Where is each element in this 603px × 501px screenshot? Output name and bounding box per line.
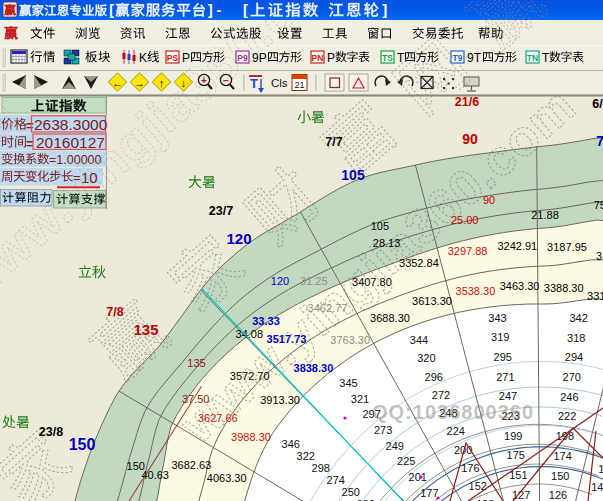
svg-text:P: P — [327, 51, 335, 65]
svg-text:342: 342 — [569, 312, 587, 324]
svg-text:3313.30: 3313.30 — [587, 290, 603, 302]
svg-text:3613.30: 3613.30 — [412, 295, 452, 307]
svg-text:199: 199 — [504, 430, 522, 442]
svg-text:174: 174 — [553, 450, 571, 462]
svg-text:249: 249 — [386, 440, 404, 452]
svg-text:3242.91: 3242.91 — [497, 240, 537, 252]
svg-text:K: K — [139, 51, 147, 65]
svg-text:3463.30: 3463.30 — [500, 280, 540, 292]
svg-text:3682.63: 3682.63 — [171, 459, 211, 471]
svg-text:75: 75 — [594, 199, 603, 211]
svg-text:]: ] — [382, 1, 387, 18]
svg-text:201: 201 — [409, 471, 427, 483]
svg-text:3988.30: 3988.30 — [231, 431, 271, 443]
svg-text:321: 321 — [351, 393, 369, 405]
svg-text:3688.30: 3688.30 — [370, 312, 410, 324]
svg-text:QQ:1036800360: QQ:1036800360 — [372, 401, 534, 423]
svg-text:295: 295 — [494, 351, 512, 363]
svg-text:] -: ] - — [208, 2, 222, 18]
svg-text:PS: PS — [167, 53, 179, 63]
svg-text:246: 246 — [560, 391, 578, 403]
svg-text:120: 120 — [226, 230, 251, 247]
svg-text:105: 105 — [341, 167, 365, 183]
svg-text:271: 271 — [496, 371, 514, 383]
svg-text:PN: PN — [312, 53, 324, 63]
svg-text:9T: 9T — [467, 51, 482, 65]
svg-text:T: T — [542, 51, 550, 65]
svg-text:←: ← — [112, 77, 123, 89]
svg-text:23/7: 23/7 — [209, 204, 233, 218]
svg-text:272: 272 — [432, 389, 450, 401]
svg-text:298: 298 — [312, 462, 330, 474]
svg-text:318: 318 — [567, 332, 585, 344]
svg-text:3297.88: 3297.88 — [448, 245, 488, 257]
svg-text:150: 150 — [69, 436, 96, 453]
svg-text:126: 126 — [549, 489, 567, 501]
svg-text:[: [ — [109, 2, 114, 18]
svg-text:176: 176 — [461, 462, 479, 474]
svg-text:225: 225 — [397, 455, 415, 467]
svg-text:346: 346 — [282, 438, 300, 450]
svg-text:149: 149 — [591, 481, 603, 493]
svg-text:319: 319 — [491, 331, 509, 343]
svg-text:6/6: 6/6 — [592, 97, 603, 111]
svg-text:2638.3000: 2638.3000 — [34, 116, 108, 133]
svg-text:TS: TS — [382, 53, 393, 63]
svg-text:175: 175 — [507, 449, 525, 461]
svg-text:294: 294 — [565, 351, 583, 363]
svg-text:4063.30: 4063.30 — [207, 472, 247, 484]
svg-text:343: 343 — [488, 312, 506, 324]
svg-text:222: 222 — [558, 410, 576, 422]
svg-text:3187.95: 3187.95 — [547, 241, 587, 253]
svg-text:→: → — [134, 77, 145, 89]
svg-text:322: 322 — [297, 450, 315, 462]
svg-text:296: 296 — [425, 371, 443, 383]
svg-text:T: T — [250, 76, 258, 91]
svg-text:21/6: 21/6 — [455, 95, 479, 109]
svg-text:274: 274 — [327, 474, 345, 486]
svg-text:Cls: Cls — [271, 77, 288, 89]
svg-text:3538.30: 3538.30 — [456, 285, 496, 297]
svg-text:177: 177 — [420, 487, 438, 499]
svg-text:T: T — [397, 51, 405, 65]
svg-text:344: 344 — [410, 334, 428, 346]
svg-text:75: 75 — [596, 133, 603, 149]
svg-text:345: 345 — [339, 377, 357, 389]
svg-text:250: 250 — [342, 486, 360, 498]
svg-text:TN: TN — [527, 53, 538, 63]
svg-text:224: 224 — [447, 425, 465, 437]
svg-text:120: 120 — [271, 275, 289, 287]
svg-text:21.88: 21.88 — [531, 209, 559, 221]
svg-text:270: 270 — [563, 371, 581, 383]
svg-text:3132.99: 3132.99 — [596, 250, 603, 262]
svg-text:198: 198 — [556, 430, 574, 442]
svg-text:=: = — [26, 118, 34, 133]
svg-text:7/8: 7/8 — [106, 305, 123, 319]
svg-text:273: 273 — [374, 424, 392, 436]
svg-text:T9: T9 — [453, 53, 463, 63]
svg-text:3388.30: 3388.30 — [544, 282, 584, 294]
svg-text:21: 21 — [294, 80, 304, 90]
svg-text:150: 150 — [551, 470, 569, 482]
svg-text:173: 173 — [598, 463, 603, 475]
svg-text:135: 135 — [187, 357, 205, 369]
svg-text:320: 320 — [417, 352, 435, 364]
